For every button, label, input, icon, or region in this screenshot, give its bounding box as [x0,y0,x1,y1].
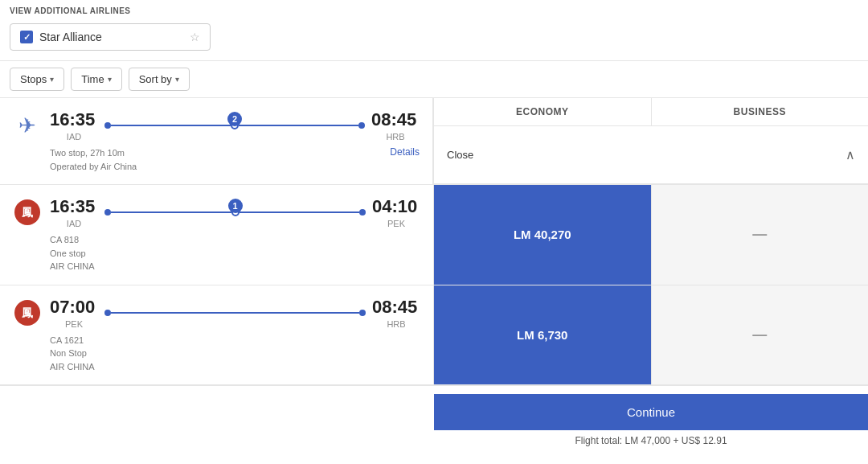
flight-1-arr-airport: HRB [371,132,420,142]
continue-button[interactable]: Continue [434,394,868,430]
flight-1-line: 2 [104,121,365,129]
continue-section: Continue Flight total: LM 47,000 + US$ 1… [434,386,868,454]
flight-2-business-price: — [652,185,869,285]
star-icon: ☆ [190,31,200,43]
flight-2-stop-type: One stop [50,247,420,261]
flight-3-dep-airport: PEK [50,319,98,329]
flight-3-line [104,310,366,316]
flight-3-num: CA 1621 [50,334,420,347]
flight-3-airline: AIR CHINA [50,360,420,374]
flight-total: Flight total: LM 47,000 + US$ 12.91 [575,435,727,446]
flight-3-arr-time: 08:45 [372,297,420,318]
stops-label: Stops [20,73,47,85]
flight-2-row: 鳳 16:35 IAD 1 [0,185,868,285]
flight-2-prices: LM 40,270 — [434,185,868,285]
chevron-up-icon: ∧ [845,147,855,162]
air-china-logo-3: 鳳 [14,300,40,326]
flight-3-dep-time: 07:00 [50,297,98,318]
flight-3-info: 鳳 07:00 PEK 08:45 HRB [0,285,434,385]
flight-2-economy-price[interactable]: LM 40,270 [434,185,652,285]
filter-bar: Stops ▾ Time ▾ Sort by ▾ [0,60,868,98]
flight-1-dep-airport: IAD [50,132,98,142]
flight-3-prices: LM 6,730 — [434,285,868,385]
flight-2-arr-time: 04:10 [372,196,420,217]
flight-3-stop-type: Non Stop [50,347,420,360]
economy-header: ECONOMY [434,98,652,125]
time-chevron-icon: ▾ [108,75,112,84]
air-china-logo-2: 鳳 [14,199,40,225]
flight-2-stop-badge: 1 [228,199,243,213]
flight-1-info: ✈ 16:35 IAD 2 [0,98,433,184]
flight-1-duration: Two stop, 27h 10m [50,146,137,160]
flight-3-business-price: — [652,285,869,385]
flight-3-arr-airport: HRB [372,319,420,329]
alliance-checkbox-container[interactable]: Star Alliance ☆ [10,23,211,51]
flight-3-airline-logo: 鳳 [13,298,42,327]
sort-filter-button[interactable]: Sort by ▾ [129,68,190,91]
flight-1-arr-time: 08:45 [371,109,420,130]
flight-2-line: 1 [104,208,366,216]
svg-text:鳳: 鳳 [22,306,33,319]
flight-3-row: 鳳 07:00 PEK 08:45 HRB [0,285,868,386]
time-filter-button[interactable]: Time ▾ [71,68,121,91]
alliance-name: Star Alliance [39,31,183,43]
close-row[interactable]: Close ∧ [434,126,868,184]
plane-icon: ✈ [18,113,36,138]
flight-2-dep-airport: IAD [50,219,98,228]
stops-filter-button[interactable]: Stops ▾ [10,68,64,91]
flight-2-airline-logo: 鳳 [13,198,42,227]
flight-2-info: 鳳 16:35 IAD 1 [0,185,434,285]
flight-3-economy-price[interactable]: LM 6,730 [434,285,652,385]
column-headers: ECONOMY BUSINESS [434,98,868,126]
flight-1-details-link[interactable]: Details [390,146,420,158]
flight-2-airline: AIR CHINA [50,260,420,273]
alliance-checkbox[interactable] [20,31,33,43]
svg-text:鳳: 鳳 [22,206,33,219]
stops-chevron-icon: ▾ [50,75,54,84]
view-additional-airlines-label: VIEW ADDITIONAL AIRLINES [0,0,868,18]
flight-1-dep-time: 16:35 [50,109,98,130]
flight-1-operated-by: Operated by Air China [50,160,137,174]
flight-1-stop-badge: 2 [227,112,242,126]
business-header: BUSINESS [652,98,869,125]
flight-2-dep-time: 16:35 [50,196,98,217]
flight-2-num: CA 818 [50,233,420,247]
close-text[interactable]: Close [447,149,473,161]
flight-2-arr-airport: PEK [372,219,420,228]
time-label: Time [81,73,104,85]
sort-label: Sort by [139,73,172,85]
flight-1-airline-logo: ✈ [13,111,42,140]
sort-chevron-icon: ▾ [175,75,179,84]
